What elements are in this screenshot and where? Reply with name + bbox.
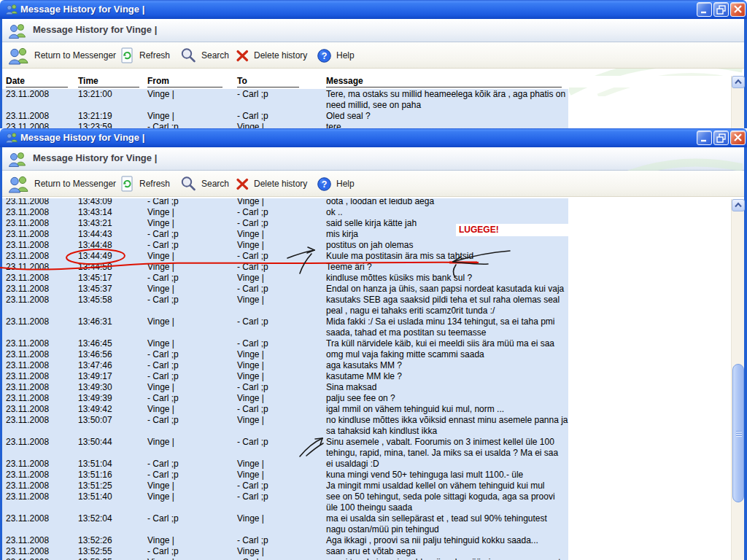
window-border-right (744, 19, 747, 128)
history-row[interactable]: 23.11.200813:50:44Vinge |- Carl ;pSinu a… (2, 437, 568, 459)
close-button[interactable] (730, 2, 746, 17)
delete-x-icon (236, 49, 249, 63)
scrollbar-thumb[interactable] (732, 364, 744, 502)
column-header-to[interactable]: To (237, 76, 299, 88)
history-row[interactable]: 23.11.200813:45:58- Carl ;pVinge |kasuta… (2, 295, 568, 316)
cell-date: 23.11.2008 (6, 546, 49, 557)
history-row[interactable]: 23.11.200813:49:39- Carl ;pVinge |palju … (2, 393, 568, 404)
cell-date: 23.11.2008 (6, 491, 49, 502)
cell-time: 13:46:31 (78, 316, 112, 327)
return-to-messenger-button[interactable]: Return to Messenger (8, 173, 116, 195)
history-row[interactable]: 23.11.200813:43:09- Carl ;pVinge |oota ,… (2, 198, 568, 207)
history-row[interactable]: 23.11.200813:44:49Vinge |- Carl ;pKuule … (2, 251, 568, 262)
window-title: Message History for Vinge | (20, 4, 144, 15)
cell-time: 13:44:43 (78, 229, 112, 240)
column-header-message[interactable]: Message (326, 76, 562, 88)
svg-text:?: ? (322, 179, 328, 190)
history-row[interactable]: 23.11.200813:49:42Vinge |- Carl ;pigal m… (2, 404, 568, 415)
cell-from: Vinge | (147, 404, 174, 415)
page-header-band: Message History for Vinge | (2, 147, 744, 171)
cell-from: - Carl ;p (147, 229, 179, 240)
cell-date: 23.11.2008 (6, 240, 49, 251)
column-header-time[interactable]: Time (78, 76, 139, 88)
cell-date: 23.11.2008 (6, 459, 49, 470)
cell-from: Vinge | (147, 481, 174, 491)
scrollbar[interactable] (731, 199, 744, 560)
scrollbar[interactable] (731, 76, 744, 128)
return-to-messenger-button[interactable]: Return to Messenger (8, 44, 116, 66)
cell-from: Vinge | (147, 316, 174, 327)
history-row[interactable]: 23.11.200813:43:14Vinge |- Carl ;pok .. (2, 207, 568, 218)
cell-date: 23.11.2008 (6, 437, 49, 448)
toolbar-item-label: Delete history (254, 50, 307, 61)
history-row[interactable]: 23.11.200813:21:19Vinge |- Carl ;pOled s… (2, 111, 568, 122)
cell-time: 13:53:05 (78, 557, 112, 560)
titlebar[interactable]: Message History for Vinge | (0, 128, 747, 147)
history-row[interactable]: 23.11.200813:52:55- Carl ;pVinge |saan a… (2, 546, 568, 557)
close-button[interactable] (730, 131, 746, 145)
history-row[interactable]: 23.11.200813:49:17- Carl ;pVinge |kasuta… (2, 371, 568, 382)
scroll-up-button[interactable] (732, 199, 745, 211)
history-row[interactable]: 23.11.200813:51:16- Carl ;pVinge |kuna m… (2, 470, 568, 481)
delete-history-button[interactable]: Delete history (236, 44, 307, 66)
cell-from: Vinge | (147, 382, 174, 393)
refresh-button[interactable]: Refresh (119, 44, 170, 66)
help-button[interactable]: ? Help (317, 173, 355, 195)
column-header-date[interactable]: Date (6, 76, 68, 88)
help-button[interactable]: ? Help (317, 44, 355, 66)
cell-message: Kuule ma postitasin ära mis sa tahtsid (326, 251, 568, 262)
cell-time: 13:49:17 (78, 371, 112, 382)
history-row[interactable]: 23.11.200813:46:31Vinge |- Carl ;pMida f… (2, 316, 568, 338)
cell-message: kasutame MM kle ? (326, 371, 568, 382)
cell-from: - Carl ;p (147, 393, 179, 404)
cell-date: 23.11.2008 (6, 535, 49, 546)
search-button[interactable]: Search (179, 44, 229, 66)
minimize-button[interactable] (697, 2, 712, 17)
cell-from: Vinge | (147, 437, 174, 448)
minimize-icon (697, 131, 711, 144)
history-row[interactable]: 23.11.200813:45:17- Carl ;pVinge |kindlu… (2, 273, 568, 284)
cell-to: - Carl ;p (237, 338, 268, 349)
screen: Message History for Vinge | (0, 0, 747, 560)
chevron-up-icon (732, 200, 744, 211)
history-row[interactable]: 23.11.200813:52:04- Carl ;pVinge |ma ei … (2, 513, 568, 535)
history-row[interactable]: 23.11.200813:52:26Vinge |- Carl ;pAga ik… (2, 535, 568, 546)
scroll-up-button[interactable] (732, 76, 745, 88)
history-list: 23.11.200813:21:00Vinge |- Carl ;pTere, … (0, 88, 731, 128)
history-row[interactable]: 23.11.200813:44:48- Carl ;pVinge |postit… (2, 240, 568, 251)
search-magnifier-icon (179, 175, 197, 192)
search-button[interactable]: Search (179, 173, 229, 195)
history-row[interactable]: 23.11.200813:45:37Vinge |- Carl ;pEndal … (2, 284, 568, 295)
cell-to: Vinge | (237, 360, 264, 371)
restore-button[interactable] (713, 131, 729, 145)
history-row[interactable]: 23.11.200813:53:05Vinge |- Carl ;pma ei … (2, 557, 568, 560)
help-question-icon: ? (317, 176, 332, 192)
history-row[interactable]: 23.11.200813:51:04- Carl ;pVinge |ei usa… (2, 459, 568, 470)
cell-message: postitus on jah olemas (326, 240, 568, 251)
history-row[interactable]: 23.11.200813:51:40Vinge |- Carl ;psee on… (2, 491, 568, 513)
titlebar[interactable]: Message History for Vinge | (0, 0, 747, 19)
history-row[interactable]: 23.11.200813:49:30Vinge |- Carl ;pSina m… (2, 382, 568, 393)
history-row[interactable]: 23.11.200813:44:58Vinge |- Carl ;pTeeme … (2, 262, 568, 273)
history-row[interactable]: 23.11.200813:21:00Vinge |- Carl ;pTere, … (2, 89, 568, 111)
cell-from: Vinge | (147, 491, 174, 502)
toolbar-item-label: Refresh (139, 50, 170, 61)
cell-from: Vinge | (147, 207, 174, 218)
cell-to: Vinge | (237, 273, 264, 284)
history-row[interactable]: 23.11.200813:46:56- Carl ;pVinge |omg mu… (2, 349, 568, 360)
minimize-button[interactable] (697, 131, 712, 145)
chevron-up-icon (732, 77, 744, 88)
delete-history-button[interactable]: Delete history (236, 173, 307, 195)
column-header-from[interactable]: From (147, 76, 222, 88)
history-row[interactable]: 23.11.200813:50:07- Carl ;pVinge |no kin… (2, 415, 568, 437)
refresh-button[interactable]: Refresh (119, 173, 170, 195)
message-history-window-back: Message History for Vinge | (0, 0, 747, 128)
history-row[interactable]: 23.11.200813:23:59- Carl ;pVinge |tere (2, 122, 568, 128)
restore-button[interactable] (713, 2, 729, 17)
history-row[interactable]: 23.11.200813:47:46- Carl ;pVinge |aga ka… (2, 360, 568, 371)
history-row[interactable]: 23.11.200813:51:25Vinge |- Carl ;pJa min… (2, 481, 568, 491)
cell-time: 13:43:14 (78, 207, 112, 218)
history-row[interactable]: 23.11.200813:46:45Vinge |- Carl ;pTra kü… (2, 338, 568, 349)
msn-buddies-icon (8, 150, 27, 168)
cell-to: Vinge | (237, 513, 264, 524)
